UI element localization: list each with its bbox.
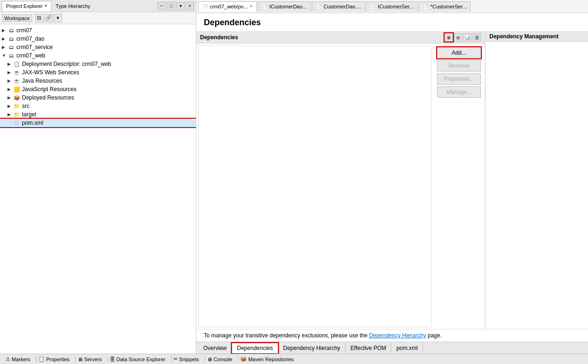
dep-icon-remove-btn[interactable]: ⊖ [454,33,462,42]
tab-icon-customer-dao: 📄 [316,4,322,9]
icon-javascript-resources: 🟨 [13,86,21,93]
icon-deployed-resources: 📦 [13,94,21,101]
tab-overview-label: Overview [203,345,227,351]
snippets-icon: ✂ [173,356,178,362]
status-snippets[interactable]: ✂ Snippets [171,356,201,362]
tab-effective-pom[interactable]: Effective POM [345,343,391,353]
tree-item-pom-xml[interactable]: 🗋 pom.xml [0,119,196,127]
label-src: src [22,103,29,109]
tab-label-crm07-web-pom: crm07_web/po... [210,4,248,9]
dep-section-icons: ⊕ ⊖ 📊 ☰ [445,33,481,42]
arrow-src: ▶ [7,104,13,108]
dep-icon-add-btn[interactable]: ⊕ [445,33,453,42]
tree-item-deployment-descriptor[interactable]: ▶ 📋 Deployment Descriptor: crm07_web [0,60,196,68]
maven-repos-icon: 📦 [240,356,247,362]
arrow-crm07: ▶ [2,28,7,33]
minimize-left-panel-icon[interactable]: ─ [158,2,166,10]
tab-type-hierarchy[interactable]: Type Hierarchy [51,1,94,11]
icon-deployment-descriptor: 📋 [13,60,21,68]
icon-crm07-dao: 🗂 [7,35,15,43]
tree-item-deployed-resources[interactable]: ▶ 📦 Deployed Resources [0,93,196,102]
add-dependency-button[interactable]: Add... [437,47,481,58]
status-markers[interactable]: ⚠ Markers [4,356,32,362]
console-icon: 🖥 [207,357,212,362]
tab-dep-hierarchy[interactable]: Dependency Hierarchy [278,343,345,353]
tab-icon-customer-ser: 📄 [423,4,429,9]
tree-item-src[interactable]: ▶ 📁 src [0,102,196,110]
label-javascript-resources: JavaScript Resources [22,86,77,93]
tab-icustomer-dao[interactable]: 📄 ICustomerDao... [258,1,311,12]
tree-item-java-resources[interactable]: ▶ ☕ Java Resources [0,77,196,85]
dep-mgmt-header: Dependency Management [486,32,588,42]
dep-mgmt-panel: Dependency Management [485,32,588,329]
dep-section-label: Dependencies [200,34,238,41]
status-data-source[interactable]: 🗄 Data Source Explorer [108,357,167,362]
tab-crm07-web-pom[interactable]: 📄 crm07_web/po... × [198,1,257,12]
editor-tabs: 📄 crm07_web/po... × 📄 ICustomerDao... 📄 … [196,0,588,13]
icon-crm07: 🗂 [7,27,15,34]
status-servers[interactable]: 🖥 Servers [75,357,104,362]
tree-item-javascript-resources[interactable]: ▶ 🟨 JavaScript Resources [0,85,196,93]
tab-overview[interactable]: Overview [198,343,232,353]
close-tab-crm07-web-pom[interactable]: × [250,4,252,9]
dep-mgmt-content [486,42,588,329]
manage-button[interactable]: Manage... [437,86,481,98]
tab-label-icustomer-ser: ICustomerSer... [378,4,413,9]
tab-pom-xml[interactable]: pom.xml [391,343,423,353]
bottom-message: To manage your transitive dependency exc… [196,329,588,342]
maximize-left-panel-icon[interactable]: □ [167,2,175,10]
tab-project-explorer-label: Project Explorer [6,3,43,9]
tab-label-customer-dao: CustomerDao.... [323,4,361,9]
workspace-button[interactable]: Workspace [2,14,32,22]
label-jax-ws: JAX-WS Web Services [22,69,79,76]
dependencies-title: Dependencies [196,13,588,32]
dep-icon-list-btn[interactable]: ☰ [473,33,481,42]
close-left-panel-icon[interactable]: × [186,2,194,10]
tab-icon-icustomer-dao: 📄 [262,4,267,9]
collapse-all-icon[interactable]: ⊟ [35,14,43,22]
tree-item-jax-ws[interactable]: ▶ ☕ JAX-WS Web Services [0,68,196,77]
status-maven-repos[interactable]: 📦 Maven Repositories [238,356,295,362]
arrow-crm07-web: ▼ [2,53,7,58]
label-crm07-dao: crm07_dao [16,36,44,42]
bottom-message-suffix: page. [428,332,442,339]
close-project-explorer-icon[interactable]: × [44,3,47,8]
label-deployment-descriptor: Deployment Descriptor: crm07_web [22,61,111,67]
dep-hierarchy-link[interactable]: Dependency Hierarchy [369,332,426,339]
tab-icon-icustomer-ser: 📄 [370,4,376,9]
view-menu-left-icon[interactable]: ▾ [176,2,185,10]
properties-button[interactable]: Properties... [437,73,481,85]
remove-dependency-button[interactable]: Remove [437,60,481,71]
arrow-target: ▶ [7,112,13,117]
tree-item-crm07-service[interactable]: ▶ 🗂 crm07_service [0,43,196,51]
snippets-label: Snippets [179,357,199,362]
tab-pom-xml-label: pom.xml [396,345,417,351]
label-target: target [22,111,36,118]
dep-section-header: Dependencies ⊕ ⊖ 📊 ☰ [196,32,485,43]
label-java-resources: Java Resources [22,78,62,84]
link-editor-icon[interactable]: 🔗 [44,14,53,22]
status-console[interactable]: 🖥 Console [205,357,234,362]
tab-customer-dao[interactable]: 📄 CustomerDao.... [312,1,365,12]
tab-customer-ser[interactable]: 📄 *CustomerSer... [419,1,471,12]
label-crm07-service: crm07_service [16,44,53,50]
tree-item-crm07[interactable]: ▶ 🗂 crm07 [0,26,196,35]
icon-jax-ws: ☕ [13,69,21,76]
tree-item-crm07-web[interactable]: ▼ 🗂 crm07_web [0,51,196,60]
tab-dependencies[interactable]: Dependencies [232,343,278,353]
tab-icon-crm07-web-pom: 📄 [202,4,208,9]
label-deployed-resources: Deployed Resources [22,94,74,101]
arrow-crm07-dao: ▶ [2,36,7,41]
view-menu-icon[interactable]: ▾ [54,14,62,22]
dep-icon-chart-btn[interactable]: 📊 [463,33,472,42]
tree-item-target[interactable]: ▶ 📁 target [0,110,196,119]
project-explorer-tree: ▶ 🗂 crm07 ▶ 🗂 crm07_dao ▶ 🗂 crm07_servic… [0,24,196,354]
icon-pom-xml: 🗋 [13,119,21,127]
tab-project-explorer[interactable]: Project Explorer × [2,1,51,11]
tree-item-crm07-dao[interactable]: ▶ 🗂 crm07_dao [0,35,196,43]
servers-icon: 🖥 [78,357,83,362]
tab-dep-hierarchy-label: Dependency Hierarchy [283,345,340,351]
tab-icustomer-ser[interactable]: 📄 ICustomerSer... [366,1,417,12]
arrow-crm07-service: ▶ [2,45,7,50]
status-properties[interactable]: 📋 Properties [36,356,72,362]
